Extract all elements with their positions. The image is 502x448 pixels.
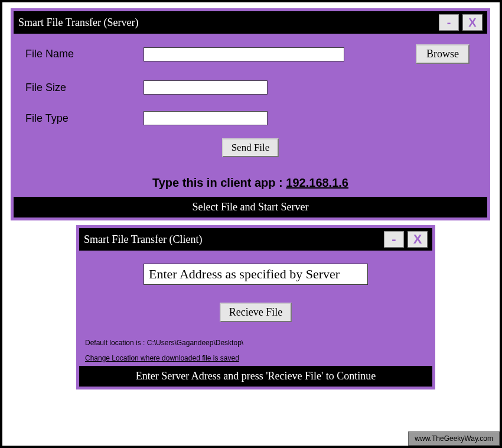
receive-row: Recieve File — [85, 303, 426, 322]
client-titlebar: Smart File Transfer (Client) - X — [79, 228, 432, 251]
receive-file-button[interactable]: Recieve File — [220, 303, 292, 322]
filetype-row: File Type — [25, 111, 475, 125]
filesize-row: File Size — [25, 80, 475, 95]
client-window: Smart File Transfer (Client) - X Recieve… — [76, 225, 435, 389]
address-row — [85, 264, 426, 285]
ip-address: 192.168.1.6 — [286, 176, 348, 189]
client-status-bar: Enter Server Adress and press 'Recieve F… — [79, 366, 432, 387]
ip-prompt: Type this in client app : — [152, 176, 286, 189]
change-location-link[interactable]: Change Location where downloaded file is… — [85, 354, 426, 362]
filename-row: File Name Browse — [25, 44, 475, 64]
client-titlebar-buttons: - X — [384, 231, 428, 248]
filetype-input[interactable] — [144, 111, 268, 125]
watermark: www.TheGeekyWay.com — [408, 431, 500, 446]
client-window-title: Smart File Transfer (Client) — [84, 233, 203, 246]
server-window-title: Smart File Transfer (Server) — [18, 17, 138, 29]
server-titlebar: Smart File Transfer (Server) - X — [14, 11, 487, 34]
ip-row: Type this in client app : 192.168.1.6 — [25, 176, 475, 190]
close-button[interactable]: X — [462, 14, 483, 31]
default-location-text: Default location is : C:\Users\Gagandeep… — [85, 339, 426, 347]
client-body: Recieve File Default location is : C:\Us… — [79, 251, 432, 362]
minimize-button[interactable]: - — [384, 231, 404, 248]
filetype-label: File Type — [25, 112, 144, 125]
send-file-row: Send File — [25, 138, 475, 157]
server-address-input[interactable] — [144, 264, 368, 285]
screenshot-frame: Smart File Transfer (Server) - X File Na… — [0, 0, 502, 448]
close-button[interactable]: X — [408, 231, 428, 248]
filename-input[interactable] — [144, 47, 344, 61]
server-window: Smart File Transfer (Server) - X File Na… — [11, 8, 490, 220]
minimize-button[interactable]: - — [439, 14, 459, 31]
browse-button[interactable]: Browse — [416, 44, 470, 64]
send-file-button[interactable]: Send File — [222, 138, 279, 157]
filesize-label: File Size — [25, 82, 144, 94]
server-titlebar-buttons: - X — [439, 14, 483, 31]
filesize-input[interactable] — [144, 80, 268, 95]
filename-label: File Name — [25, 48, 144, 60]
server-body: File Name Browse File Size File Type Sen… — [14, 34, 487, 190]
server-status-bar: Select File and Start Server — [14, 197, 487, 217]
